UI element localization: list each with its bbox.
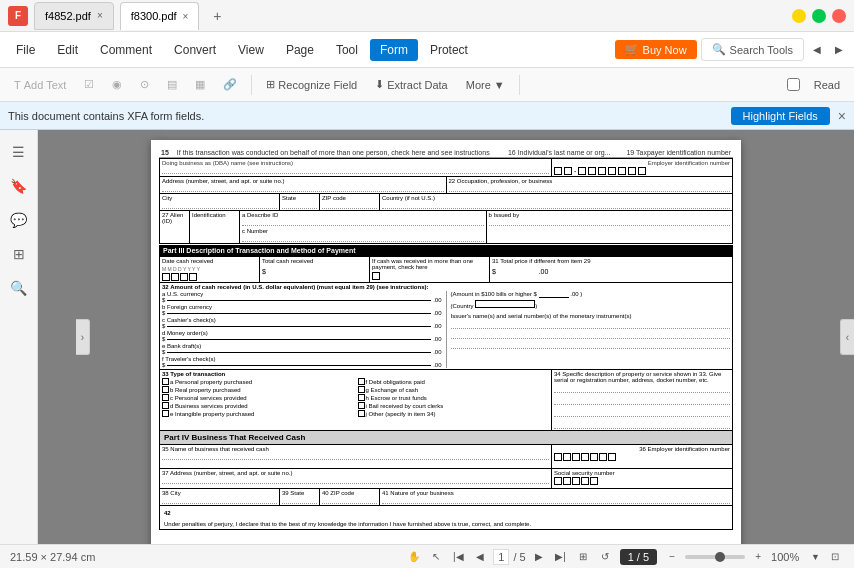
search-tools-button[interactable]: 🔍 Search Tools bbox=[701, 38, 804, 61]
recognize-field-button[interactable]: ⊞ Recognize Field bbox=[258, 75, 365, 94]
sidebar-comment-icon[interactable]: 💬 bbox=[5, 206, 33, 234]
row-33b-check[interactable] bbox=[162, 386, 169, 393]
sidebar-search-icon[interactable]: 🔍 bbox=[5, 274, 33, 302]
tab-f4852-close[interactable]: × bbox=[97, 10, 103, 21]
circle-tool-button[interactable]: ⊙ bbox=[132, 75, 157, 94]
right-panel-toggle[interactable]: ‹ bbox=[840, 319, 854, 355]
field-tool2-button[interactable]: ▦ bbox=[187, 75, 213, 94]
row-33f-check[interactable] bbox=[358, 378, 365, 385]
row-29-label: Total cash received bbox=[262, 258, 367, 264]
notification-close-button[interactable]: × bbox=[838, 108, 846, 124]
first-page-button[interactable]: |◀ bbox=[449, 548, 467, 566]
zoom-thumb[interactable] bbox=[715, 552, 725, 562]
row-32-country: (Country ) bbox=[451, 300, 731, 309]
row-39-field bbox=[282, 496, 317, 504]
tab-f8300[interactable]: f8300.pdf × bbox=[120, 2, 200, 30]
field-icon3: 🔗 bbox=[223, 78, 237, 91]
toolbar-sep1 bbox=[251, 75, 252, 95]
pdf-content-area[interactable]: › 15 If this transaction was conducted o… bbox=[38, 130, 854, 544]
forward-button[interactable]: ▶ bbox=[830, 41, 848, 59]
read-button[interactable]: Read bbox=[806, 76, 848, 94]
fit-page-button[interactable]: ⊞ bbox=[574, 548, 592, 566]
row-33e-check[interactable] bbox=[162, 410, 169, 417]
row-33d-check[interactable] bbox=[162, 402, 169, 409]
date-box4 bbox=[189, 273, 197, 281]
more-button[interactable]: More ▼ bbox=[458, 76, 513, 94]
ein-box8 bbox=[628, 167, 636, 175]
hand-tool-button[interactable]: ✋ bbox=[405, 548, 423, 566]
ein-box2 bbox=[564, 167, 572, 175]
menu-page[interactable]: Page bbox=[276, 39, 324, 61]
row-33c-check[interactable] bbox=[162, 394, 169, 401]
menu-tool[interactable]: Tool bbox=[326, 39, 368, 61]
add-text-label: Add Text bbox=[24, 79, 67, 91]
row-27b-label: Identification bbox=[192, 212, 226, 218]
row-40-field bbox=[322, 496, 377, 504]
checkbox-tool-button[interactable]: ☑ bbox=[76, 75, 102, 94]
row-33a-check[interactable] bbox=[162, 378, 169, 385]
ssn-box2 bbox=[563, 477, 571, 485]
sidebar-page-icon[interactable]: ⊞ bbox=[5, 240, 33, 268]
prev-page-button[interactable]: ◀ bbox=[471, 548, 489, 566]
search-tools-label: Search Tools bbox=[730, 44, 793, 56]
read-checkbox[interactable] bbox=[787, 78, 800, 91]
row-33e-label: e Intangible property purchased bbox=[170, 411, 254, 417]
radio-tool-button[interactable]: ◉ bbox=[104, 75, 130, 94]
row-22-field bbox=[449, 184, 731, 192]
field-tool1-button[interactable]: ▤ bbox=[159, 75, 185, 94]
menu-comment[interactable]: Comment bbox=[90, 39, 162, 61]
ein-box3 bbox=[578, 167, 586, 175]
new-tab-button[interactable]: + bbox=[205, 4, 229, 28]
sidebar-hand-icon[interactable]: ☰ bbox=[5, 138, 33, 166]
row-31-label: 31 Total price if different from item 29 bbox=[492, 258, 730, 264]
buy-now-button[interactable]: 🛒 Buy Now bbox=[615, 40, 697, 59]
menu-form[interactable]: Form bbox=[370, 39, 418, 61]
zoom-out-button[interactable]: − bbox=[663, 548, 681, 566]
row-33g-check[interactable] bbox=[358, 386, 365, 393]
rotate-button[interactable]: ↺ bbox=[596, 548, 614, 566]
last-page-button[interactable]: ▶| bbox=[552, 548, 570, 566]
field-icon2: ▦ bbox=[195, 78, 205, 91]
menu-convert[interactable]: Convert bbox=[164, 39, 226, 61]
menu-protect[interactable]: Protect bbox=[420, 39, 478, 61]
left-panel-toggle[interactable]: › bbox=[76, 319, 90, 355]
ein36-box1 bbox=[554, 453, 562, 461]
row-33h-check[interactable] bbox=[358, 394, 365, 401]
menu-view[interactable]: View bbox=[228, 39, 274, 61]
title-bar: F f4852.pdf × f8300.pdf × + bbox=[0, 0, 854, 32]
minimize-button[interactable] bbox=[792, 9, 806, 23]
field-tool3-button[interactable]: 🔗 bbox=[215, 75, 245, 94]
menu-edit[interactable]: Edit bbox=[47, 39, 88, 61]
extract-data-button[interactable]: ⬇ Extract Data bbox=[367, 75, 456, 94]
zoom-in-button[interactable]: + bbox=[749, 548, 767, 566]
add-text-button[interactable]: T Add Text bbox=[6, 76, 74, 94]
row-15-num: 15 bbox=[161, 149, 169, 156]
back-button[interactable]: ◀ bbox=[808, 41, 826, 59]
menu-bar: File Edit Comment Convert View Page Tool… bbox=[0, 32, 854, 68]
close-button[interactable] bbox=[832, 9, 846, 23]
maximize-button[interactable] bbox=[812, 9, 826, 23]
zoom-dropdown-icon[interactable]: ▼ bbox=[811, 552, 820, 562]
main-layout: ☰ 🔖 💬 ⊞ 🔍 › 15 If this transaction was c… bbox=[0, 130, 854, 544]
row-33i-check[interactable] bbox=[358, 402, 365, 409]
row-42-num: 42 bbox=[164, 510, 171, 516]
nav-controls: ✋ ↖ |◀ ◀ 1 / 5 ▶ ▶| ⊞ ↺ bbox=[405, 548, 613, 566]
sidebar-bookmark-icon[interactable]: 🔖 bbox=[5, 172, 33, 200]
recognize-icon: ⊞ bbox=[266, 78, 275, 91]
highlight-fields-button[interactable]: Highlight Fields bbox=[731, 107, 830, 125]
fullscreen-button[interactable]: ⊡ bbox=[826, 548, 844, 566]
select-tool-button[interactable]: ↖ bbox=[427, 548, 445, 566]
ssn-box4 bbox=[581, 477, 589, 485]
row-30-checkbox[interactable] bbox=[372, 272, 380, 280]
page-input[interactable]: 1 bbox=[493, 549, 509, 565]
tab-f4852[interactable]: f4852.pdf × bbox=[34, 2, 114, 30]
left-sidebar: ☰ 🔖 💬 ⊞ 🔍 bbox=[0, 130, 38, 544]
tab-f8300-close[interactable]: × bbox=[183, 11, 189, 22]
ein-box4 bbox=[588, 167, 596, 175]
row-20-right-label: Employer identification number bbox=[554, 160, 730, 166]
menu-file[interactable]: File bbox=[6, 39, 45, 61]
row-33j-check[interactable] bbox=[358, 410, 365, 417]
row-34-field1 bbox=[554, 383, 730, 393]
zoom-slider[interactable] bbox=[685, 555, 745, 559]
next-page-button[interactable]: ▶ bbox=[530, 548, 548, 566]
